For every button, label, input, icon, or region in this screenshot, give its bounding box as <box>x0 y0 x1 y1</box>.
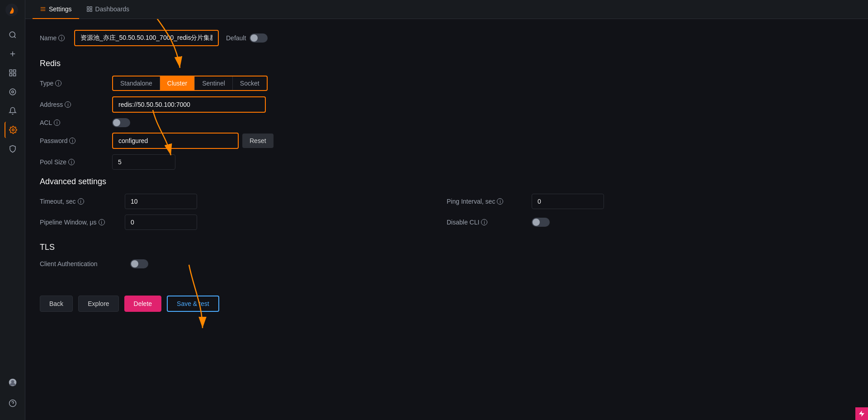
timeout-label: Timeout, sec i <box>40 198 121 205</box>
sidebar-item-shield[interactable] <box>5 141 21 157</box>
name-row: Name i Default <box>40 30 854 46</box>
pool-size-input[interactable] <box>112 154 175 170</box>
ping-interval-info-icon[interactable]: i <box>497 198 503 205</box>
address-row: Address i <box>40 96 854 113</box>
svg-line-2 <box>14 36 15 38</box>
sidebar-item-search[interactable] <box>5 27 21 43</box>
type-row: Type i Standalone Cluster Sentinel Socke… <box>40 76 854 91</box>
sidebar-item-help[interactable] <box>5 395 21 411</box>
corner-icon <box>855 407 868 420</box>
disable-cli-label: Disable CLI i <box>447 219 528 226</box>
reset-button[interactable]: Reset <box>242 134 274 148</box>
save-test-button[interactable]: Save & test <box>167 296 219 312</box>
pipeline-input[interactable] <box>125 215 197 230</box>
type-info-icon[interactable]: i <box>55 80 61 86</box>
address-label: Address i <box>40 101 112 108</box>
svg-point-10 <box>11 91 14 93</box>
tab-dashboards-label: Dashboards <box>95 5 130 13</box>
sidebar-item-dashboards[interactable] <box>5 65 21 81</box>
app-logo[interactable] <box>5 4 20 18</box>
type-sentinel[interactable]: Sentinel <box>195 76 233 90</box>
type-cluster[interactable]: Cluster <box>160 76 195 90</box>
ping-interval-row: Ping Interval, sec i <box>447 194 854 209</box>
svg-rect-21 <box>87 10 89 11</box>
ping-interval-label: Ping Interval, sec i <box>447 198 528 205</box>
explore-button[interactable]: Explore <box>78 296 118 312</box>
sidebar-item-add[interactable] <box>5 46 21 62</box>
svg-point-1 <box>9 32 15 37</box>
svg-point-11 <box>12 129 14 131</box>
disable-cli-info-icon[interactable]: i <box>481 219 487 225</box>
type-label: Type i <box>40 80 112 87</box>
sidebar-item-plugins[interactable] <box>5 84 21 100</box>
password-info-icon[interactable]: i <box>69 138 75 144</box>
password-input[interactable] <box>112 133 239 149</box>
acl-label: ACL i <box>40 119 112 126</box>
address-input[interactable] <box>112 96 266 113</box>
timeout-row: Timeout, sec i <box>40 194 447 209</box>
back-button[interactable]: Back <box>40 296 73 312</box>
tab-settings-label: Settings <box>49 5 72 13</box>
type-group: Standalone Cluster Sentinel Socket <box>112 76 268 91</box>
pool-size-label: Pool Size i <box>40 158 112 166</box>
tab-settings[interactable]: Settings <box>33 0 79 19</box>
client-auth-label: Client Authentication <box>40 260 130 267</box>
timeout-input[interactable] <box>125 194 197 209</box>
svg-rect-22 <box>90 10 92 11</box>
svg-rect-6 <box>13 70 15 72</box>
default-toggle[interactable] <box>250 33 268 43</box>
svg-point-9 <box>9 89 16 95</box>
delete-button[interactable]: Delete <box>124 296 161 312</box>
svg-rect-7 <box>9 74 12 76</box>
client-auth-row: Client Authentication <box>40 259 854 268</box>
address-info-icon[interactable]: i <box>65 101 71 108</box>
svg-marker-26 <box>859 410 864 416</box>
svg-point-13 <box>11 380 14 383</box>
pipeline-info-icon[interactable]: i <box>99 219 105 225</box>
acl-row: ACL i <box>40 118 854 127</box>
pipeline-label: Pipeline Window, μs i <box>40 219 121 226</box>
client-auth-toggle[interactable] <box>130 259 148 268</box>
type-standalone[interactable]: Standalone <box>113 76 160 90</box>
pool-size-info-icon[interactable]: i <box>68 159 75 165</box>
acl-info-icon[interactable]: i <box>54 119 60 126</box>
password-row: Password i Reset <box>40 133 854 149</box>
svg-rect-5 <box>9 70 12 72</box>
tls-section-title: TLS <box>40 243 854 252</box>
sidebar-item-alerts[interactable] <box>5 103 21 119</box>
disable-cli-row: Disable CLI i <box>447 215 854 230</box>
main-content: Settings Dashboards Name i Default <box>25 0 868 420</box>
svg-rect-19 <box>87 7 89 9</box>
redis-section-title: Redis <box>40 59 854 68</box>
sidebar-item-user[interactable] <box>5 374 21 391</box>
tab-bar: Settings Dashboards <box>25 0 868 19</box>
timeout-info-icon[interactable]: i <box>78 198 84 205</box>
name-label: Name i <box>40 34 67 42</box>
svg-rect-8 <box>13 74 15 76</box>
tab-dashboards[interactable]: Dashboards <box>79 0 137 19</box>
password-label: Password i <box>40 137 112 144</box>
content-area: Name i Default Redis <box>25 19 868 420</box>
name-input[interactable] <box>74 30 219 46</box>
sidebar-item-settings[interactable] <box>5 122 21 138</box>
settings-tab-icon <box>40 6 46 12</box>
svg-rect-20 <box>90 7 92 9</box>
advanced-section-title: Advanced settings <box>40 177 854 186</box>
advanced-grid: Timeout, sec i Ping Interval, sec i Pipe… <box>40 194 854 235</box>
sidebar <box>0 0 25 420</box>
acl-toggle[interactable] <box>112 118 130 127</box>
pool-size-row: Pool Size i <box>40 154 854 170</box>
name-info-icon[interactable]: i <box>58 35 65 41</box>
default-row: Default <box>226 33 268 43</box>
disable-cli-toggle[interactable] <box>532 218 550 227</box>
type-socket[interactable]: Socket <box>233 76 267 90</box>
pipeline-row: Pipeline Window, μs i <box>40 215 447 230</box>
default-label: Default <box>226 34 246 42</box>
dashboards-tab-icon <box>86 6 93 12</box>
button-row: Back Explore Delete Save & test <box>40 296 854 319</box>
ping-interval-input[interactable] <box>532 194 604 209</box>
